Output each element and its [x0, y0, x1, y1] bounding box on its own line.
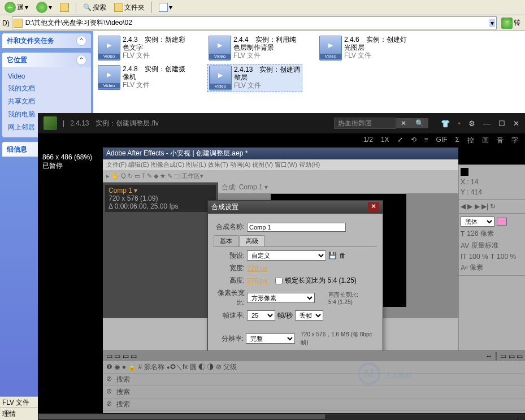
tab-basic[interactable]: 基本: [214, 235, 238, 246]
go-icon: →: [501, 18, 513, 29]
back-button[interactable]: ←退 ▾: [2, 1, 31, 14]
file-item[interactable]: 2.4.8 实例：创建摄像机 FLV 文件: [97, 64, 192, 92]
player-search-button[interactable]: 🔍: [411, 118, 428, 128]
file-title: 2.4.4 实例：利用纯色层制作背景: [233, 36, 301, 51]
height-value[interactable]: 576 px: [247, 277, 267, 285]
ae-toolbar: ▸ ✋ Q ↻ ▭ T ✎ ◆ ★ ✎ ⬚ 工作区▾: [103, 170, 458, 183]
file-title: 2.4.3 实例：新建彩色文字: [123, 36, 190, 51]
file-subtitle: FLV 文件: [123, 51, 190, 59]
arrow-left-icon: ←: [5, 2, 16, 13]
par-select[interactable]: 方形像素: [247, 293, 315, 303]
maximize-button[interactable]: ☐: [498, 120, 505, 127]
ae-project-panel: Comp 1 ▾ 720 x 576 (1.09) Δ 0:00:06:00, …: [103, 183, 218, 318]
folders-button[interactable]: 文件夹: [112, 2, 147, 13]
color-swatch-icon[interactable]: [497, 218, 507, 226]
ae-window: Adobe After Effects - 小安视 | 创建调整层.aep * …: [103, 148, 458, 413]
file-title: 2.4.6 实例：创建灯光图层: [344, 36, 412, 51]
ae-titlebar: Adobe After Effects - 小安视 | 创建调整层.aep *: [103, 148, 458, 159]
player-titlebar: | 2.4.13 实例：创建调整层.flv ✕ 🔍 👕•⚙—☐✕: [38, 113, 525, 133]
width-value[interactable]: 720 px: [247, 265, 267, 272]
hud-item[interactable]: ⟲: [411, 136, 416, 145]
hud-item[interactable]: 控: [467, 136, 474, 145]
video-file-icon: [319, 36, 342, 60]
player-search-input[interactable]: [334, 118, 396, 129]
file-item[interactable]: 2.4.13 实例：创建调整层 FLV 文件: [207, 64, 302, 92]
preset-select[interactable]: 自定义: [247, 250, 326, 261]
ae-font-select[interactable]: 黑体: [461, 217, 494, 227]
file-item[interactable]: 2.4.6 实例：创建灯光图层 FLV 文件: [318, 34, 413, 62]
tasks-panel: 件和文件夹任务⌃: [2, 33, 91, 48]
close-button[interactable]: ✕: [513, 120, 519, 127]
go-button[interactable]: →转: [499, 17, 523, 29]
lock-aspect-checkbox[interactable]: [275, 277, 283, 284]
player-logo-icon: [44, 116, 57, 130]
gear-icon[interactable]: ⚙: [468, 120, 475, 127]
save-preset-icon[interactable]: 💾: [328, 252, 337, 259]
video-file-icon: [98, 36, 120, 60]
player-hud-row: 1/21X⤢⟲≡GIFΣ控画音字: [38, 133, 525, 148]
sidebar-link-mydocs[interactable]: 我的文档: [8, 82, 85, 95]
fps-drop-select[interactable]: 丢帧: [295, 310, 323, 321]
minimize-button[interactable]: —: [483, 120, 491, 127]
video-player: | 2.4.13 实例：创建调整层.flv ✕ 🔍 👕•⚙—☐✕ 1/21X⤢⟲…: [38, 113, 525, 420]
view-grid-icon: [159, 3, 168, 12]
player-hud: 866 x 486 (68%) 已暂停: [42, 153, 92, 171]
ae-menubar: 文件(F) 编辑(E) 图像合成(C) 图层(L) 效果(T) 动画(A) 视图…: [103, 159, 458, 170]
video-file-icon: [209, 66, 232, 90]
status-prop: 理情: [0, 408, 38, 420]
hud-item[interactable]: GIF: [436, 136, 448, 145]
file-item[interactable]: 2.4.3 实例：新建彩色文字 FLV 文件: [97, 34, 192, 62]
hud-item[interactable]: 1/2: [363, 136, 373, 145]
record-icon[interactable]: •: [458, 120, 461, 127]
hud-item[interactable]: ≡: [424, 136, 428, 145]
res-select[interactable]: 完整: [246, 334, 295, 344]
fps-select[interactable]: 25: [247, 310, 275, 321]
video-file-icon: [98, 65, 120, 90]
folder-icon: [114, 3, 123, 12]
up-button[interactable]: ↑: [58, 2, 71, 12]
search-button[interactable]: 🔍搜索: [81, 2, 109, 13]
player-scrollbar[interactable]: [38, 413, 525, 420]
arrow-right-icon: [36, 2, 47, 13]
drive-label: D): [2, 19, 10, 27]
ae-timeline: ▭ ▭ ▭ ▭↔ │ ▭ ▭ ▭ ❶ ◉ ● 🔒 # 源名称 ⬧✪＼fx 圓 ◐…: [103, 350, 525, 413]
video-file-icon: [209, 36, 231, 60]
hud-item[interactable]: 1X: [381, 136, 389, 145]
hud-item[interactable]: ⤢: [397, 136, 403, 145]
player-search-clear[interactable]: ✕: [396, 118, 411, 128]
player-video-area[interactable]: 866 x 486 (68%) 已暂停 Adobe After Effects …: [38, 148, 525, 413]
file-subtitle: FLV 文件: [234, 81, 301, 89]
hud-item[interactable]: 字: [511, 136, 518, 145]
hud-item[interactable]: Σ: [455, 136, 459, 145]
address-bar: D) D:\其他文件\光盘学习资料\Video\02 ▾ →转: [0, 15, 525, 31]
file-item[interactable]: 2.4.4 实例：利用纯色层制作背景 FLV 文件: [207, 34, 302, 62]
dropdown-icon[interactable]: ▾: [489, 19, 495, 27]
folder-up-icon: ↑: [60, 3, 69, 12]
tab-advanced[interactable]: 高级: [240, 235, 264, 246]
sidebar-link-video[interactable]: Video: [8, 71, 85, 82]
folder-icon: [14, 19, 23, 28]
file-subtitle: FLV 文件: [344, 51, 412, 59]
forward-button[interactable]: ▾: [34, 1, 54, 14]
status-type: FLV 文件: [0, 396, 38, 409]
dialog-close-button[interactable]: ✕: [368, 202, 379, 212]
file-subtitle: FLV 文件: [233, 51, 301, 59]
comp-name-input[interactable]: [247, 223, 346, 232]
ae-viewer-tab: 合成: Comp 1 ▾: [218, 181, 458, 194]
search-icon: 🔍: [83, 3, 92, 11]
shirt-icon[interactable]: 👕: [441, 120, 450, 127]
chevron-up-icon[interactable]: ⌃: [76, 55, 86, 65]
sidebar-link-shared[interactable]: 共享文档: [8, 95, 85, 108]
hud-item[interactable]: 画: [482, 136, 489, 145]
delete-preset-icon[interactable]: 🗑: [339, 252, 346, 259]
address-input[interactable]: D:\其他文件\光盘学习资料\Video\02 ▾: [12, 16, 497, 29]
file-subtitle: FLV 文件: [123, 81, 190, 89]
player-title-text: 2.4.13 实例：创建调整层.flv: [70, 119, 159, 128]
view-button[interactable]: ▾: [157, 2, 175, 12]
file-title: 2.4.13 实例：创建调整层: [234, 66, 301, 81]
file-title: 2.4.8 实例：创建摄像机: [123, 65, 190, 81]
hud-item[interactable]: 音: [497, 136, 504, 145]
chevron-up-icon[interactable]: ⌃: [76, 36, 86, 46]
explorer-toolbar: ←退 ▾ ▾ ↑ 🔍搜索 文件夹 ▾: [0, 0, 525, 15]
